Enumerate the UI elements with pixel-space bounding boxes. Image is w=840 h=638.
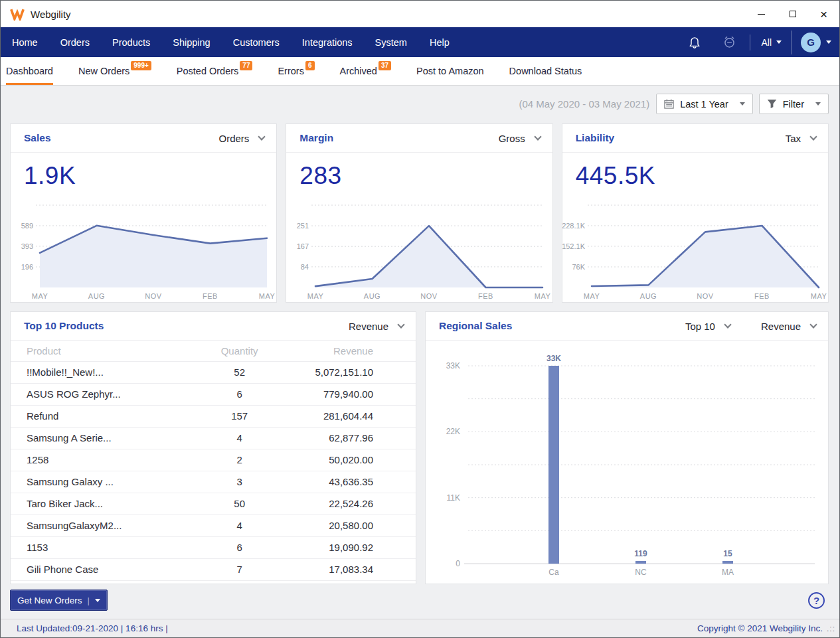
svg-text:251: 251	[297, 222, 309, 230]
table-row: Samsung Galaxy ...343,636.35	[11, 471, 416, 493]
margin-metric-dropdown[interactable]: Gross	[499, 133, 541, 144]
maximize-button[interactable]	[777, 1, 808, 27]
webgility-logo-icon	[10, 8, 25, 21]
last-updated-label: Last Updated:09-21-2020 | 16:16 hrs |	[17, 623, 168, 633]
table-row: Taro Biker Jack...5022,524.26	[11, 493, 416, 515]
svg-text:MAY: MAY	[307, 292, 324, 300]
store-filter-dropdown[interactable]: All	[761, 37, 782, 48]
svg-text:33K: 33K	[546, 354, 561, 363]
svg-text:FEB: FEB	[203, 292, 218, 300]
table-row: ASUS ROG Zephyr...6779,940.00	[11, 383, 416, 405]
svg-text:MA: MA	[722, 568, 734, 577]
nav-item-system[interactable]: System	[364, 27, 418, 57]
footer-row: Get New Orders | ?	[10, 590, 829, 611]
nav-item-orders[interactable]: Orders	[49, 27, 101, 57]
period-label: Last 1 Year	[680, 99, 728, 110]
svg-text:152.1K: 152.1K	[562, 242, 586, 250]
svg-text:MAY: MAY	[259, 292, 276, 300]
close-button[interactable]: ×	[808, 1, 839, 27]
svg-text:22K: 22K	[446, 427, 460, 436]
chevron-down-icon	[740, 102, 745, 106]
chevron-down-icon	[724, 321, 731, 328]
sales-kpi-value: 1.9K	[24, 162, 76, 190]
svg-text:NOV: NOV	[421, 292, 438, 300]
svg-text:15: 15	[723, 549, 732, 558]
tab-badge: 999+	[131, 61, 151, 70]
chevron-down-icon	[826, 40, 831, 44]
filter-dropdown[interactable]: Filter	[759, 94, 829, 114]
nav-item-products[interactable]: Products	[101, 27, 161, 57]
scheduler-button[interactable]	[720, 35, 739, 49]
tab-dashboard[interactable]: Dashboard	[6, 57, 53, 85]
svg-text:589: 589	[21, 222, 33, 230]
svg-text:84: 84	[301, 263, 309, 271]
svg-text:Ca: Ca	[548, 568, 559, 577]
tab-post-to-amazon[interactable]: Post to Amazon	[416, 57, 484, 85]
period-dropdown[interactable]: Last 1 Year	[656, 94, 753, 114]
app-title: Webgility	[31, 9, 71, 20]
chevron-down-icon	[95, 599, 100, 602]
user-menu[interactable]: G	[801, 33, 831, 52]
products-metric-dropdown[interactable]: Revenue	[349, 321, 404, 332]
svg-text:76K: 76K	[572, 263, 585, 271]
regional-sales-card: Regional Sales Top 10 Revenue 011K22K33K…	[425, 311, 829, 584]
svg-text:196: 196	[21, 263, 33, 271]
tab-new-orders[interactable]: New Orders999+	[78, 57, 151, 85]
sales-metric-dropdown[interactable]: Orders	[218, 133, 264, 144]
table-row: Gili Phone Case717,083.34	[11, 558, 416, 580]
nav-item-integrations[interactable]: Integrations	[291, 27, 364, 57]
get-new-orders-button[interactable]: Get New Orders |	[10, 590, 108, 611]
chevron-down-icon	[809, 133, 817, 140]
regional-metric-dropdown[interactable]: Revenue	[761, 321, 816, 332]
svg-text:FEB: FEB	[754, 292, 770, 300]
navbar-divider	[750, 35, 750, 50]
liability-metric-dropdown[interactable]: Tax	[786, 133, 816, 144]
kpi-row: Sales Orders 1.9K 196393589MAYAUGNOVFEBM…	[10, 123, 829, 303]
regional-top-dropdown[interactable]: Top 10	[685, 321, 730, 332]
status-bar: Last Updated:09-21-2020 | 16:16 hrs | Co…	[1, 619, 839, 637]
table-row: 1258250,020.00	[11, 449, 416, 471]
sales-card-title: Sales	[24, 132, 51, 144]
chevron-down-icon	[397, 321, 404, 328]
top-products-table: Product Quantity Revenue !!Mobile!!_New!…	[11, 341, 416, 581]
alarm-clock-icon	[722, 35, 736, 49]
notifications-button[interactable]	[685, 35, 704, 49]
filter-row: (04 May 2020 - 03 May 2021) Last 1 Year …	[10, 94, 829, 114]
app-window: Webgility × Home Orders Products Shippin…	[0, 0, 840, 638]
svg-text:11K: 11K	[447, 493, 460, 503]
minimize-button[interactable]	[746, 1, 777, 27]
store-filter-label: All	[761, 37, 772, 48]
tab-bar: Dashboard New Orders999+ Posted Orders77…	[1, 57, 839, 86]
svg-text:MAY: MAY	[583, 292, 600, 300]
tab-archived[interactable]: Archived37	[340, 57, 392, 85]
calendar-icon	[664, 99, 674, 109]
chevron-down-icon	[776, 40, 782, 44]
svg-text:FEB: FEB	[478, 292, 493, 300]
nav-item-help[interactable]: Help	[418, 27, 461, 57]
chevron-down-icon	[815, 102, 821, 106]
svg-text:AUG: AUG	[364, 292, 380, 300]
resize-grip[interactable]: .::	[827, 624, 835, 633]
table-row: Refund157281,604.44	[11, 405, 416, 427]
chevron-down-icon	[258, 133, 266, 140]
dashboard-content: (04 May 2020 - 03 May 2021) Last 1 Year …	[1, 86, 839, 619]
top-products-title: Top 10 Products	[24, 320, 104, 332]
regional-sales-chart: 011K22K33K33KCa119NC15MA	[426, 341, 828, 586]
nav-item-customers[interactable]: Customers	[222, 27, 291, 57]
tab-badge: 77	[240, 61, 252, 70]
nav-item-home[interactable]: Home	[1, 27, 49, 57]
column-header-revenue: Revenue	[286, 341, 416, 361]
svg-text:33K: 33K	[446, 361, 460, 370]
bell-icon	[688, 35, 701, 49]
nav-item-shipping[interactable]: Shipping	[161, 27, 221, 57]
tab-download-status[interactable]: Download Status	[509, 57, 582, 85]
svg-text:NC: NC	[635, 568, 647, 577]
chevron-down-icon	[809, 321, 817, 328]
margin-kpi-value: 283	[299, 162, 341, 190]
tab-posted-orders[interactable]: Posted Orders77	[177, 57, 253, 85]
tab-errors[interactable]: Errors6	[278, 57, 314, 85]
help-button[interactable]: ?	[808, 592, 825, 609]
table-row: Samsung A Serie...462,877.96	[11, 427, 416, 449]
margin-card-title: Margin	[299, 132, 333, 144]
svg-text:NOV: NOV	[697, 292, 714, 300]
